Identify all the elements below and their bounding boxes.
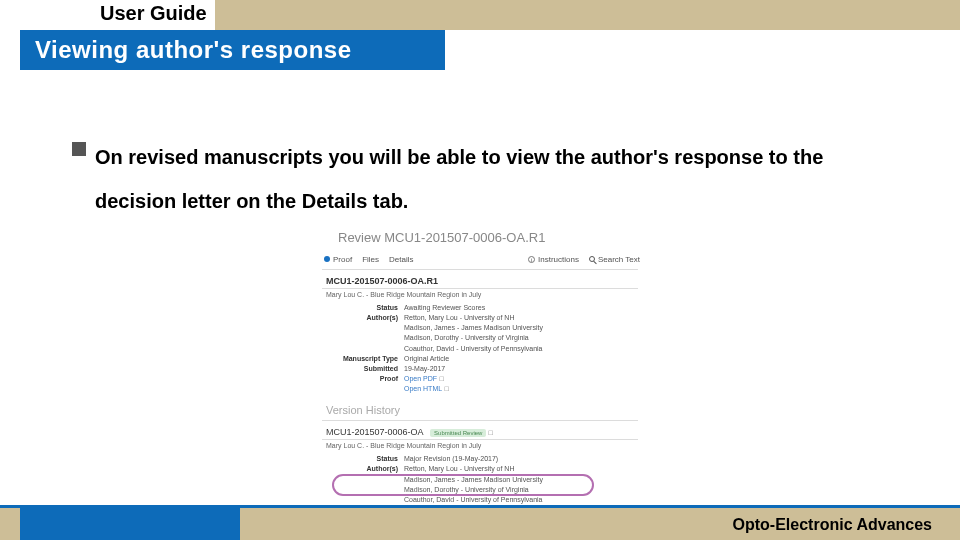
row-status: StatusMajor Revision (19-May-2017) bbox=[326, 454, 650, 464]
dot-icon bbox=[324, 256, 330, 262]
user-guide-label: User Guide bbox=[100, 2, 207, 25]
section-title: Viewing author's response bbox=[35, 36, 352, 64]
divider bbox=[322, 439, 638, 440]
row-status: StatusAwaiting Reviewer Scores bbox=[326, 303, 650, 313]
body-text: On revised manuscripts you will be able … bbox=[95, 135, 905, 223]
prev-subtitle: Mary Lou C. - Blue Ridge Mountain Region… bbox=[326, 442, 650, 449]
row-proof: ProofOpen PDF☐ bbox=[326, 374, 650, 384]
prev-manuscript-id: MCU1-201507-0006-OA Submitted Review☐ bbox=[326, 427, 650, 437]
external-icon: ☐ bbox=[444, 386, 449, 392]
row-authors: Author(s)Retton, Mary Lou - University o… bbox=[326, 313, 650, 323]
search-icon bbox=[589, 256, 595, 262]
manuscript-id: MCU1-201507-0006-OA.R1 bbox=[326, 276, 650, 286]
screenshot-panel: Review MCU1-201507-0006-OA.R1 Proof File… bbox=[310, 226, 650, 501]
tab-files[interactable]: Files bbox=[362, 255, 379, 264]
row-authors: Author(s)Retton, Mary Lou - University o… bbox=[326, 464, 650, 474]
tab-search[interactable]: Search Text bbox=[589, 255, 640, 264]
divider bbox=[322, 288, 638, 289]
open-html-link[interactable]: Open HTML bbox=[404, 385, 442, 392]
tab-proof[interactable]: Proof bbox=[324, 255, 352, 264]
tab-details[interactable]: Details bbox=[389, 255, 413, 264]
divider bbox=[322, 269, 638, 270]
bullet-icon bbox=[72, 142, 86, 156]
version-history-heading: Version History bbox=[326, 404, 650, 416]
submitted-badge: Submitted Review bbox=[430, 429, 486, 437]
tabs-row: Proof Files Details iInstructions Search… bbox=[324, 251, 650, 267]
manuscript-subtitle: Mary Lou C. - Blue Ridge Mountain Region… bbox=[326, 291, 650, 298]
external-icon: ☐ bbox=[439, 376, 444, 382]
footer-blue-block bbox=[20, 508, 240, 540]
footer-journal: Opto-Electronic Advances bbox=[733, 516, 932, 534]
row-submitted: Submitted19-May-2017 bbox=[326, 364, 650, 374]
review-title: Review MCU1-201507-0006-OA.R1 bbox=[338, 230, 650, 245]
divider bbox=[322, 420, 638, 421]
external-icon: ☐ bbox=[488, 430, 493, 436]
section-title-bar: Viewing author's response bbox=[20, 30, 445, 70]
row-mstype: Manuscript TypeOriginal Article bbox=[326, 354, 650, 364]
open-pdf-link[interactable]: Open PDF bbox=[404, 375, 437, 382]
info-icon: i bbox=[528, 256, 535, 263]
tab-instructions[interactable]: iInstructions bbox=[528, 255, 579, 264]
